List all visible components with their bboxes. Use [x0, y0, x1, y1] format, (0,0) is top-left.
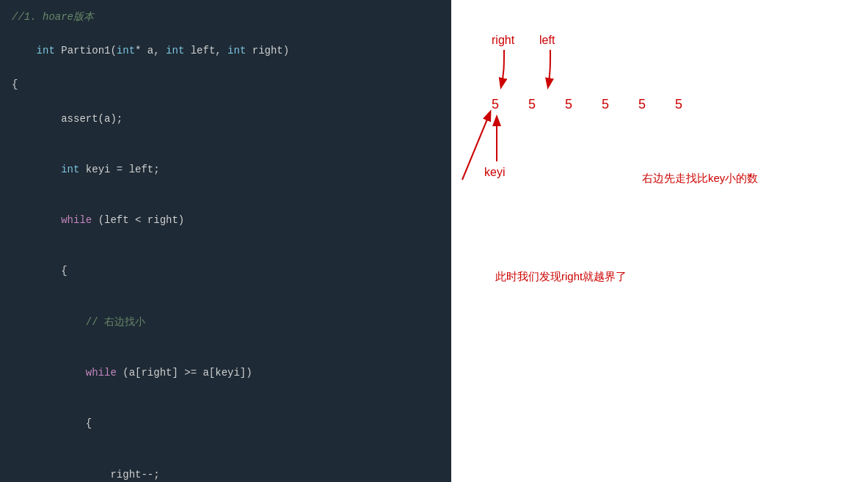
left-arrow: [548, 50, 550, 87]
code-line-7: {: [12, 246, 440, 296]
array-val-5: 5: [675, 97, 682, 112]
array-val-1: 5: [528, 97, 536, 112]
code-line-2: int Partion1(int* a, int left, int right…: [12, 26, 440, 76]
array-val-2: 5: [565, 97, 572, 112]
right-label: right: [492, 34, 515, 46]
overflow-note: 此时我们发现right就越界了: [495, 270, 627, 282]
array-val-3: 5: [602, 97, 609, 112]
code-line-5: int keyi = left;: [12, 145, 440, 195]
array-val-0: 5: [492, 97, 499, 112]
code-line-9: while (a[right] >= a[keyi]): [12, 348, 440, 398]
code-line-8: // 右边找小: [12, 297, 440, 348]
right-arrow: [501, 50, 504, 87]
left-label: left: [539, 34, 555, 46]
code-line-1: //1. hoare版本: [12, 9, 440, 26]
code-line-4: assert(a);: [12, 93, 440, 144]
diagram-panel: right left 5 5 5 5 5 5 keyi 右边先走找比key小的数…: [451, 0, 868, 482]
array-val-4: 5: [638, 97, 646, 112]
code-line-10: {: [12, 398, 440, 449]
code-panel: //1. hoare版本 int Partion1(int* a, int le…: [0, 0, 451, 482]
code-line-6: while (left < right): [12, 195, 440, 246]
keyi-label: keyi: [484, 166, 505, 178]
code-line-3: {: [12, 76, 440, 93]
code-line-11: right--;: [12, 449, 440, 482]
note-right: 右边先走找比key小的数: [642, 172, 758, 184]
